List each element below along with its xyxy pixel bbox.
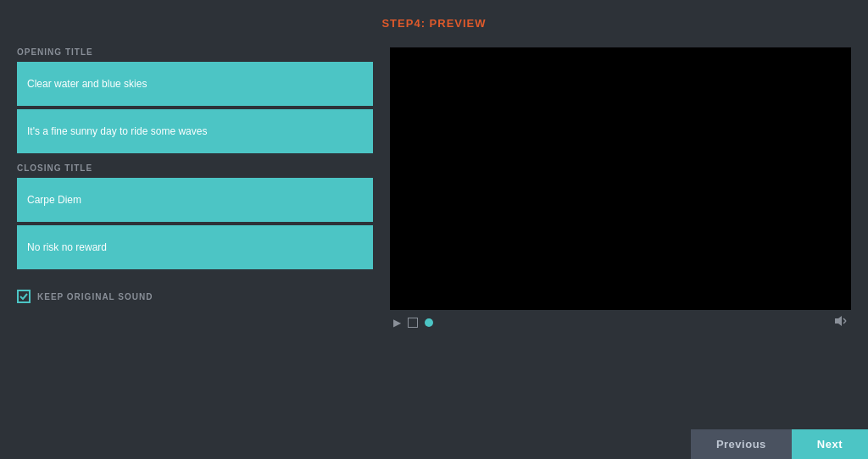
step-title: STEP4: PREVIEW [381,17,486,30]
right-panel [390,47,851,335]
closing-title-text-1: Carpe Diem [27,194,81,206]
closing-title-text-2: No risk no reward [27,241,107,253]
closing-title-box-1: Carpe Diem [17,178,373,222]
video-preview [390,47,851,310]
play-button[interactable] [393,317,401,329]
record-button[interactable] [425,318,433,327]
svg-marker-0 [835,316,842,326]
page-header: STEP4: PREVIEW [0,0,868,39]
closing-title-box-2: No risk no reward [17,225,373,269]
previous-button[interactable]: Previous [691,429,792,459]
left-panel: OPENING TITLE Clear water and blue skies… [17,47,373,335]
section-gap: CLOSING TITLE Carpe Diem No risk no rewa… [17,163,373,269]
next-button[interactable]: Next [792,429,868,459]
video-controls [390,310,851,335]
controls-left [393,317,433,329]
opening-title-text-1: Clear water and blue skies [27,78,147,90]
opening-title-text-2: It's a fine sunny day to ride some waves [27,125,207,137]
keep-sound-label: KEEP ORIGINAL SOUND [37,292,153,301]
opening-title-box-1: Clear water and blue skies [17,62,373,106]
footer-navigation: Previous Next [691,429,868,459]
main-content: OPENING TITLE Clear water and blue skies… [0,39,868,335]
closing-title-label: CLOSING TITLE [17,163,373,173]
opening-title-label: OPENING TITLE [17,47,373,57]
volume-button[interactable] [834,315,848,329]
keep-sound-row[interactable]: KEEP ORIGINAL SOUND [17,290,373,303]
opening-title-box-2: It's a fine sunny day to ride some waves [17,109,373,153]
svg-line-2 [843,321,846,324]
stop-button[interactable] [408,318,418,328]
keep-sound-checkbox[interactable] [17,290,31,303]
